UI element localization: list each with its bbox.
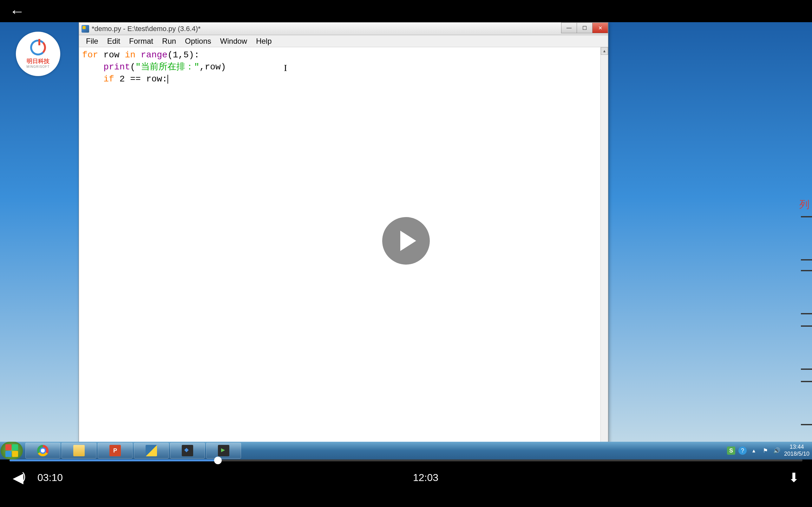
windows-taskbar: P S ? ▴ ⚑ 🔊 13:44 2018/5/10 [0,442,812,459]
system-tray: S ? ▴ ⚑ 🔊 13:44 2018/5/10 [727,442,812,459]
code-token: row [98,50,125,60]
taskbar-clock[interactable]: 13:44 2018/5/10 [784,444,809,457]
code-token [82,74,103,84]
chrome-icon [37,445,49,456]
taskbar-powerpoint[interactable]: P [98,443,133,458]
taskbar-python[interactable] [134,443,169,458]
volume-icon[interactable]: ◀ [13,469,29,486]
menu-edit[interactable]: Edit [103,35,125,48]
video-controls: ◀ 03:10 12:03 ⬇ [0,459,812,487]
background-diagram: 列 [609,200,812,422]
code-token: 2 == row: [114,74,167,84]
taskbar-app1[interactable] [170,443,205,458]
tray-ime-icon[interactable]: S [727,447,735,455]
menu-options[interactable]: Options [181,35,216,48]
current-time: 03:10 [38,472,63,484]
code-token: print [103,62,130,72]
logo-icon [30,40,46,55]
diagram-label: 列 [799,198,809,212]
python-icon [146,445,157,456]
logo-subtext: MINGRISOFT [27,65,50,68]
close-button[interactable]: ✕ [592,22,608,33]
window-title: *demo.py - E:\test\demo.py (3.6.4)* [92,25,201,33]
code-token: "当前所在排：" [136,62,200,72]
progress-fill [9,459,218,461]
diagram-box [801,270,812,314]
clock-date: 2018/5/10 [784,451,809,458]
taskbar-explorer[interactable] [61,443,96,458]
app-icon [182,445,193,456]
tray-volume-icon[interactable]: 🔊 [773,447,781,455]
tray-chevron-icon[interactable]: ▴ [750,447,758,455]
powerpoint-icon: P [109,445,121,456]
progress-bar[interactable] [9,459,803,461]
code-token: ( [130,62,136,72]
menubar: File Edit Format Run Options Window Help [79,35,608,47]
taskbar-chrome[interactable] [26,443,60,458]
download-icon[interactable]: ⬇ [789,470,799,485]
progress-knob[interactable] [214,457,222,464]
diagram-box [801,326,812,370]
code-token: ,row) [200,62,226,72]
idle-editor-window: *demo.py - E:\test\demo.py (3.6.4)* — ☐ … [79,22,608,456]
diagram-box [801,216,812,261]
menu-run[interactable]: Run [158,35,181,48]
play-icon [400,231,416,251]
start-button[interactable] [1,442,23,459]
folder-icon [73,445,85,456]
bottom-letterbox [0,487,812,507]
code-token: if [103,74,114,84]
tray-flag-icon[interactable]: ⚑ [761,447,769,455]
vertical-scrollbar[interactable]: ▲ [600,47,608,456]
menu-format[interactable]: Format [125,35,158,48]
duration-time: 12:03 [413,472,438,484]
scroll-up-icon[interactable]: ▲ [601,47,608,55]
app-icon [218,445,229,456]
clock-time: 13:44 [784,444,809,451]
play-button[interactable] [382,217,430,265]
maximize-button[interactable]: ☐ [577,22,593,33]
menu-window[interactable]: Window [216,35,252,48]
python-file-icon [82,25,89,33]
code-token [82,62,103,72]
text-caret-icon: I [284,62,287,74]
code-token: (1,5): [167,50,200,60]
text-cursor-icon [167,75,168,83]
desktop-logo: 明日科技 MINGRISOFT [16,32,60,76]
code-token: in [125,50,136,60]
windows-logo-icon [5,444,18,457]
menu-file[interactable]: File [82,35,103,48]
code-token: range [136,50,167,60]
code-editor[interactable]: for row in range(1,5): print("当前所在排：",ro… [79,47,608,456]
video-frame: 明日科技 MINGRISOFT *demo.py - E:\test\demo.… [0,22,812,459]
back-arrow-icon[interactable]: ← [9,3,25,20]
tray-help-icon[interactable]: ? [739,447,747,455]
menu-help[interactable]: Help [252,35,276,48]
code-token: for [82,50,98,60]
logo-text: 明日科技 [27,57,49,65]
taskbar-app2[interactable] [206,443,241,458]
minimize-button[interactable]: — [561,22,577,33]
diagram-box [801,381,812,425]
window-titlebar[interactable]: *demo.py - E:\test\demo.py (3.6.4)* — ☐ … [79,22,608,35]
